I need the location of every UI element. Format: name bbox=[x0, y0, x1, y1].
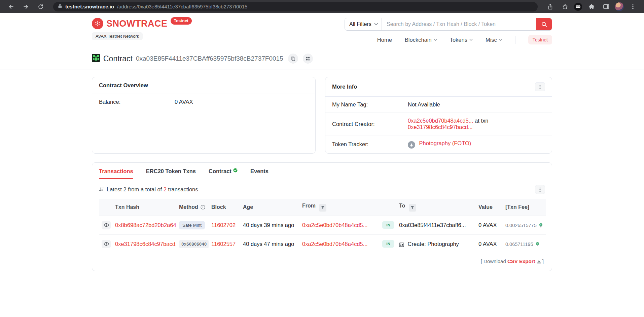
tab-bar: Transactions ERC20 Token Txns Contract E… bbox=[92, 163, 552, 179]
txn-summary: Latest 2 from a total of 2 transactions bbox=[107, 186, 198, 193]
contract-address: 0xa03E85F4411e37CBAff635975bf38cB2737F00… bbox=[136, 55, 283, 62]
tab-events[interactable]: Events bbox=[250, 168, 269, 179]
token-tracker-label: Token Tracker: bbox=[332, 141, 408, 148]
csv-export-link[interactable]: CSV Export bbox=[507, 258, 535, 264]
tab-erc20-token-txns[interactable]: ERC20 Token Txns bbox=[146, 168, 196, 179]
from-address-link[interactable]: 0xa2c5e0bd70b48a4cd5... bbox=[302, 241, 368, 247]
contract-blockie-avatar bbox=[92, 54, 100, 63]
table-menu-button[interactable] bbox=[535, 185, 545, 194]
gas-bulb-icon[interactable]: $ bbox=[539, 223, 543, 228]
export-close-text: ] bbox=[542, 258, 544, 264]
creator-txn-link[interactable]: 0xe31798c6c84c97bacd... bbox=[408, 124, 473, 130]
from-address-link[interactable]: 0xa2c5e0bd70b48a4cd5... bbox=[302, 222, 368, 228]
share-icon[interactable] bbox=[544, 2, 556, 12]
direction-badge: IN bbox=[382, 240, 394, 248]
preview-txn-button[interactable] bbox=[102, 221, 111, 229]
bookmark-star-icon[interactable] bbox=[559, 2, 571, 12]
brand-logo[interactable]: SNOWTRACE Testnet bbox=[92, 18, 192, 29]
nav-blockchain[interactable]: Blockchain bbox=[405, 37, 437, 43]
nav-home[interactable]: Home bbox=[377, 37, 392, 43]
table-row: 0x8b698ac72bd20b2a64... Safe Mint 116027… bbox=[99, 216, 546, 234]
col-txn-fee: [Txn Fee] bbox=[503, 199, 546, 216]
block-link[interactable]: 11602557 bbox=[211, 241, 236, 247]
name-tag-value: Not Available bbox=[408, 101, 440, 108]
search-button[interactable] bbox=[536, 18, 552, 30]
network-label: AVAX Testnet Network bbox=[92, 32, 143, 40]
brand-name: SNOWTRACE bbox=[106, 19, 168, 29]
col-to: To bbox=[396, 199, 476, 216]
info-icon[interactable] bbox=[201, 205, 205, 210]
tab-transactions[interactable]: Transactions bbox=[99, 168, 133, 179]
page-title: Contract bbox=[103, 54, 133, 63]
creator-address-link[interactable]: 0xa2c5e0bd70b48a4cd5... bbox=[408, 118, 473, 124]
more-info-card: More Info My Name Tag: Not Available Con… bbox=[325, 77, 552, 154]
ellipsis-vertical-icon bbox=[539, 187, 541, 192]
method-badge[interactable]: Safe Mint bbox=[179, 221, 205, 229]
snowflake-logo-icon bbox=[92, 18, 103, 29]
nav-misc[interactable]: Misc bbox=[486, 37, 502, 43]
eye-icon bbox=[104, 242, 109, 246]
eye-icon bbox=[104, 223, 109, 227]
site-header: SNOWTRACE Testnet AVAX Testnet Network A… bbox=[0, 13, 644, 48]
balance-value: 0 AVAX bbox=[175, 99, 193, 105]
reload-icon[interactable] bbox=[35, 2, 46, 12]
more-info-menu-button[interactable] bbox=[535, 82, 545, 91]
qr-code-icon bbox=[306, 56, 310, 61]
value-cell: 0 AVAX bbox=[476, 216, 503, 234]
col-age[interactable]: Age bbox=[240, 199, 299, 216]
search-icon bbox=[541, 22, 547, 27]
token-tracker-link[interactable]: Photography (FOTO) bbox=[419, 140, 471, 146]
search-filter-select[interactable]: All Filters bbox=[345, 18, 382, 30]
preview-txn-button[interactable] bbox=[102, 240, 111, 248]
contract-create-icon bbox=[399, 243, 404, 247]
creator-connector-text: at txn bbox=[475, 118, 488, 124]
ellipsis-vertical-icon bbox=[539, 85, 541, 89]
tab-contract[interactable]: Contract bbox=[209, 168, 238, 179]
forward-icon[interactable] bbox=[20, 2, 32, 12]
brand-block: SNOWTRACE Testnet AVAX Testnet Network bbox=[92, 18, 192, 40]
overview-card-title: Contract Overview bbox=[99, 82, 148, 89]
copy-address-button[interactable] bbox=[288, 54, 298, 64]
search-input[interactable] bbox=[382, 18, 536, 30]
transactions-card: Transactions ERC20 Token Txns Contract E… bbox=[92, 162, 552, 271]
col-block: Block bbox=[209, 199, 240, 216]
browser-toolbar: testnet.snowtrace.io/address/0xa03e85f44… bbox=[0, 0, 644, 13]
extensions-puzzle-icon[interactable] bbox=[585, 2, 597, 12]
table-row: 0xe31798c6c84c97bacd... 0x60806040 11602… bbox=[99, 234, 546, 253]
svg-text:$: $ bbox=[537, 243, 538, 245]
value-cell: 0 AVAX bbox=[476, 234, 503, 253]
owl-extension-icon[interactable] bbox=[574, 3, 582, 11]
age-cell: 40 days 47 mins ago bbox=[240, 234, 299, 253]
search-box: All Filters bbox=[345, 18, 552, 31]
chevron-down-icon bbox=[469, 39, 473, 41]
main-nav: Home Blockchain Tokens Misc Testnet bbox=[377, 35, 552, 44]
txn-fee: 0.065711195 bbox=[505, 242, 533, 247]
download-icon bbox=[537, 259, 541, 264]
txn-hash-link[interactable]: 0xe31798c6c84c97bacd... bbox=[115, 241, 176, 247]
txn-hash-link[interactable]: 0x8b698ac72bd20b2a64... bbox=[115, 222, 176, 228]
browser-menu-icon[interactable] bbox=[627, 2, 639, 12]
contract-creator-label: Contract Creator: bbox=[332, 121, 408, 127]
nav-testnet-button[interactable]: Testnet bbox=[528, 35, 552, 44]
profile-avatar[interactable] bbox=[615, 2, 624, 11]
to-address: 0xa03e85f4411e37cbaff6... bbox=[399, 222, 466, 228]
url-host: testnet.snowtrace.io bbox=[65, 4, 114, 9]
filter-from-button[interactable] bbox=[319, 204, 326, 212]
qr-code-button[interactable] bbox=[303, 54, 313, 64]
direction-badge: IN bbox=[382, 221, 394, 229]
copy-icon bbox=[291, 56, 295, 61]
sort-icon bbox=[99, 187, 104, 192]
back-icon[interactable] bbox=[5, 2, 17, 12]
chevron-down-icon bbox=[499, 39, 502, 41]
address-bar[interactable]: testnet.snowtrace.io/address/0xa03e85f44… bbox=[53, 2, 538, 11]
balance-label: Balance: bbox=[99, 99, 175, 105]
side-panel-icon[interactable] bbox=[600, 2, 612, 12]
method-badge[interactable]: 0x60806040 bbox=[179, 240, 209, 248]
filter-to-button[interactable] bbox=[409, 204, 416, 212]
nav-tokens[interactable]: Tokens bbox=[450, 37, 473, 43]
col-method: Method bbox=[176, 199, 209, 216]
block-link[interactable]: 11602702 bbox=[211, 222, 236, 228]
txn-count: 2 bbox=[164, 186, 167, 192]
svg-text:$: $ bbox=[540, 224, 542, 226]
gas-bulb-icon[interactable]: $ bbox=[536, 242, 539, 247]
